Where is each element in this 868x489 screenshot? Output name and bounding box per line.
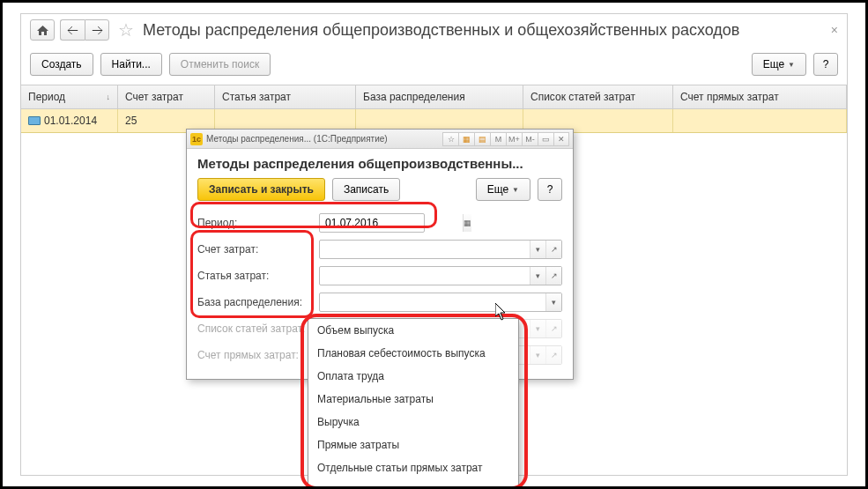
col-baza[interactable]: База распределения	[356, 85, 523, 108]
modal-titlebar-text: Методы распределения... (1С:Предприятие)	[206, 134, 388, 144]
label-pryam: Счет прямых затрат:	[197, 349, 312, 361]
mt-m-icon[interactable]: M	[490, 132, 506, 146]
label-baza: База распределения:	[197, 296, 312, 308]
modal-more-button[interactable]: Еще▼	[476, 178, 530, 201]
col-pryam[interactable]: Счет прямых затрат	[673, 85, 847, 108]
mt-grid-icon[interactable]: ▦	[458, 132, 474, 146]
dropdown-option[interactable]: Оплата труда	[308, 365, 518, 388]
label-period: Период:	[197, 217, 312, 229]
mt-mplus-icon[interactable]: M+	[506, 132, 522, 146]
chevron-down-icon: ▾	[530, 346, 545, 364]
col-statya[interactable]: Статья затрат	[215, 85, 356, 108]
row-icon	[28, 116, 41, 125]
mt-close-icon[interactable]: ✕	[553, 132, 569, 146]
chevron-down-icon[interactable]: ▾	[545, 293, 561, 311]
dropdown-option[interactable]: Выручка	[308, 411, 518, 433]
favorite-star-icon[interactable]: ☆	[118, 19, 134, 41]
modal-help-button[interactable]: ?	[538, 178, 562, 201]
dropdown-option[interactable]: Отдельные статьи прямых затрат	[308, 456, 518, 479]
save-button[interactable]: Записать	[332, 178, 400, 201]
main-close-icon[interactable]: ×	[831, 23, 838, 37]
baza-input[interactable]	[320, 293, 545, 311]
back-button[interactable]: 🡠	[60, 19, 85, 41]
dropdown-option[interactable]: Прямые затраты	[308, 433, 518, 456]
chevron-down-icon[interactable]: ▾	[530, 241, 545, 258]
label-schet: Счет затрат:	[197, 243, 312, 256]
mt-calc-icon[interactable]: ▤	[474, 132, 490, 146]
schet-input[interactable]	[320, 241, 530, 258]
calendar-icon[interactable]: ▦	[463, 214, 471, 232]
app-icon: 1c	[190, 133, 203, 145]
sort-down-icon: ↓	[107, 93, 111, 101]
dropdown-option[interactable]: Объем выпуска	[308, 319, 518, 342]
dropdown-option[interactable]: Материальные затраты	[308, 388, 518, 411]
save-close-button[interactable]: Записать и закрыть	[197, 178, 325, 201]
mt-fav-icon[interactable]: ☆	[442, 132, 458, 146]
more-button[interactable]: Еще▼	[752, 53, 806, 76]
open-icon: ↗	[545, 320, 561, 337]
page-title: Методы распределения общепроизводственны…	[143, 21, 739, 40]
cancel-find-button[interactable]: Отменить поиск	[169, 53, 271, 76]
grid-header: Период↓ Счет затрат Статья затрат База р…	[21, 85, 847, 109]
period-input[interactable]	[320, 214, 463, 232]
mt-mminus-icon[interactable]: M-	[522, 132, 538, 146]
chevron-down-icon: ▼	[512, 186, 519, 194]
find-button[interactable]: Найти...	[100, 53, 162, 76]
forward-button[interactable]: 🡢	[85, 19, 109, 41]
dropdown-option[interactable]: Плановая себестоимость выпуска	[308, 342, 518, 365]
chevron-down-icon[interactable]: ▾	[530, 267, 545, 285]
open-icon[interactable]: ↗	[545, 241, 561, 258]
open-icon: ↗	[545, 346, 561, 364]
dropdown-option[interactable]: Не распределяется	[308, 479, 518, 489]
chevron-down-icon: ▾	[530, 320, 545, 337]
label-statya: Статья затрат:	[197, 270, 312, 282]
help-button[interactable]: ?	[813, 53, 838, 76]
col-schet[interactable]: Счет затрат	[118, 85, 215, 108]
modal-heading: Методы распределения общепроизводственны…	[187, 149, 573, 178]
baza-dropdown: Объем выпуска Плановая себестоимость вып…	[308, 318, 519, 489]
label-spisok: Список статей затрат:	[197, 322, 312, 335]
statya-input[interactable]	[320, 267, 530, 285]
open-icon[interactable]: ↗	[545, 267, 561, 285]
col-spisok[interactable]: Список статей затрат	[523, 85, 673, 108]
home-button[interactable]	[30, 19, 55, 41]
col-period[interactable]: Период↓	[21, 85, 118, 108]
mt-min-icon[interactable]: ▭	[538, 132, 553, 146]
create-button[interactable]: Создать	[30, 53, 93, 76]
chevron-down-icon: ▼	[788, 61, 795, 69]
